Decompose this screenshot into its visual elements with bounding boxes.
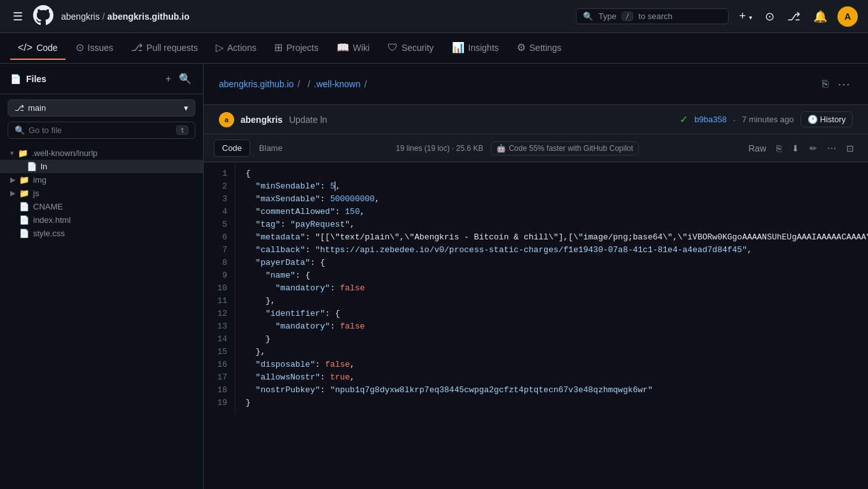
line-number: 7 — [211, 244, 227, 257]
notifications-button[interactable]: 🔔 — [811, 7, 830, 26]
copilot-badge[interactable]: 🤖 Code 55% faster with GitHub Copilot — [491, 141, 638, 155]
code-line: "disposable": false, — [246, 358, 858, 371]
tree-item-label: ln — [41, 162, 47, 171]
code-line: "identifier": { — [246, 308, 858, 320]
sidebar-item-index-html[interactable]: 📄 index.html — [0, 213, 203, 227]
code-line: } — [246, 333, 858, 346]
issue-icon: ⊙ — [765, 10, 774, 23]
folder-icon: 📁 — [19, 188, 29, 198]
sidebar-item-img[interactable]: ▶ 📁 img — [0, 173, 203, 187]
nav-wiki-label: Wiki — [353, 43, 370, 53]
hamburger-icon: ☰ — [13, 10, 23, 23]
search-slash-key: / — [622, 11, 634, 21]
code-actions: Raw ⎘ ⬇ ✏ ⋯ ⊡ — [745, 141, 858, 156]
folder-icon: 📁 — [18, 148, 28, 158]
nav-insights[interactable]: 📊 Insights — [444, 36, 507, 60]
github-logo[interactable] — [33, 5, 53, 27]
line-number: 17 — [211, 371, 227, 384]
search-icon: 🔍 — [583, 11, 593, 21]
nav-projects[interactable]: ⊞ Projects — [267, 36, 326, 60]
nav-code[interactable]: </> Code — [10, 37, 66, 60]
play-icon: ▷ — [216, 41, 223, 53]
global-search[interactable]: 🔍 Type / to search — [576, 8, 729, 24]
add-file-button[interactable]: + — [164, 71, 172, 86]
breadcrumb-user[interactable]: abengkris — [61, 11, 100, 22]
sidebar-item-well-known-lnurlp[interactable]: ▾ 📁 .well-known/lnurlp — [0, 146, 203, 160]
line-number: 13 — [211, 320, 227, 333]
more-code-button[interactable]: ⋯ — [823, 141, 840, 156]
gear-icon: ⚙ — [517, 41, 526, 53]
line-number: 19 — [211, 397, 227, 409]
line-number: 11 — [211, 295, 227, 308]
code-line: "mandatory": false — [246, 282, 858, 295]
file-path-lnurlp[interactable]: .well-known — [314, 79, 360, 89]
nav-security[interactable]: 🛡 Security — [380, 37, 442, 60]
issue-icon-button[interactable]: ⊙ — [762, 7, 777, 26]
content-area: abengkris.github.io / / .well-known / ⎘ … — [204, 64, 868, 489]
nav-pull-requests[interactable]: ⎇ Pull requests — [123, 36, 206, 60]
code-line: "metadata": "[[\"text/plain\",\"Abengkri… — [246, 231, 858, 244]
file-tree: ▾ 📁 .well-known/lnurlp 📄 ln ▶ 📁 img ▶ 📁 … — [0, 144, 203, 243]
sidebar-item-style-css[interactable]: 📄 style.css — [0, 227, 203, 240]
code-line: "commentAllowed": 150, — [246, 206, 858, 218]
avatar[interactable]: A — [837, 6, 858, 27]
file-path-repo[interactable]: abengkris.github.io — [219, 79, 294, 89]
sidebar-item-cname[interactable]: 📄 CNAME — [0, 200, 203, 213]
line-number: 10 — [211, 282, 227, 295]
file-search-input[interactable] — [29, 125, 172, 135]
sidebar-item-js[interactable]: ▶ 📁 js — [0, 187, 203, 200]
file-path: abengkris.github.io / / .well-known / — [219, 79, 370, 89]
tree-item-label: img — [33, 175, 46, 185]
line-number: 2 — [211, 180, 227, 193]
line-number: 4 — [211, 206, 227, 218]
nav-issues[interactable]: ⊙ Issues — [68, 36, 121, 60]
nav-wiki[interactable]: 📖 Wiki — [329, 36, 377, 60]
commit-hash[interactable]: b9ba358 — [694, 115, 727, 124]
nav-projects-label: Projects — [286, 43, 319, 53]
nav-actions-label: Actions — [227, 43, 256, 53]
code-toolbar: Code Blame 19 lines (19 loc) · 25.6 KB 🤖… — [204, 134, 868, 162]
code-tabs: Code Blame — [214, 139, 290, 157]
breadcrumb-repo[interactable]: abengkris.github.io — [108, 11, 190, 22]
hamburger-button[interactable]: ☰ — [10, 7, 25, 26]
shield-icon: 🛡 — [388, 42, 398, 53]
line-number: 1 — [211, 167, 227, 180]
raw-button[interactable]: Raw — [745, 141, 770, 156]
search-label: Type — [598, 11, 616, 21]
code-icon: </> — [18, 42, 32, 53]
bell-icon: 🔔 — [813, 10, 827, 23]
branch-icon: ⎇ — [15, 103, 24, 113]
code-line: }, — [246, 346, 858, 358]
pr-icon-button[interactable]: ⎇ — [785, 7, 803, 26]
edit-button[interactable]: ✏ — [806, 141, 821, 156]
sidebar-title-label: Files — [26, 74, 46, 84]
copy-path-button[interactable]: ⎘ — [821, 77, 830, 91]
code-lines[interactable]: { "minSendable": 5, "maxSendable": 50000… — [235, 162, 868, 415]
commit-info: a abengkris Update ln ✓ b9ba358 · 7 minu… — [204, 105, 868, 134]
history-button[interactable]: 🕐 History — [801, 111, 853, 127]
tab-code[interactable]: Code — [214, 139, 250, 157]
download-button[interactable]: ⬇ — [788, 141, 803, 156]
nav-settings[interactable]: ⚙ Settings — [509, 36, 570, 60]
copilot-label: Code 55% faster with GitHub Copilot — [508, 144, 633, 153]
code-line: "nostrPubkey": "npub1q7g8dyxw8lkrp7eq384… — [246, 384, 858, 397]
commit-time: 7 minutes ago — [742, 115, 794, 124]
sidebar-item-ln[interactable]: 📄 ln — [0, 160, 203, 173]
plus-button[interactable]: + ▾ — [736, 7, 755, 25]
commit-author[interactable]: abengkris — [241, 115, 283, 125]
copy-button[interactable]: ⎘ — [773, 141, 785, 156]
line-number: 9 — [211, 269, 227, 282]
line-number: 3 — [211, 193, 227, 206]
search-files-button[interactable]: 🔍 — [178, 71, 193, 86]
tab-blame[interactable]: Blame — [251, 139, 290, 157]
more-options-button[interactable]: ⋯ — [835, 74, 853, 94]
top-navigation: ☰ abengkris / abengkris.github.io 🔍 Type… — [0, 0, 868, 33]
code-content: 12345678910111213141516171819 { "minSend… — [204, 162, 868, 415]
nav-issues-label: Issues — [88, 43, 113, 53]
code-line: "callback": "https://api.zebedee.io/v0/p… — [246, 244, 858, 257]
line-number: 6 — [211, 231, 227, 244]
panel-button[interactable]: ⊡ — [843, 141, 858, 156]
code-line: { — [246, 167, 858, 180]
nav-actions[interactable]: ▷ Actions — [208, 36, 264, 60]
branch-selector[interactable]: ⎇ main ▾ — [8, 99, 195, 117]
